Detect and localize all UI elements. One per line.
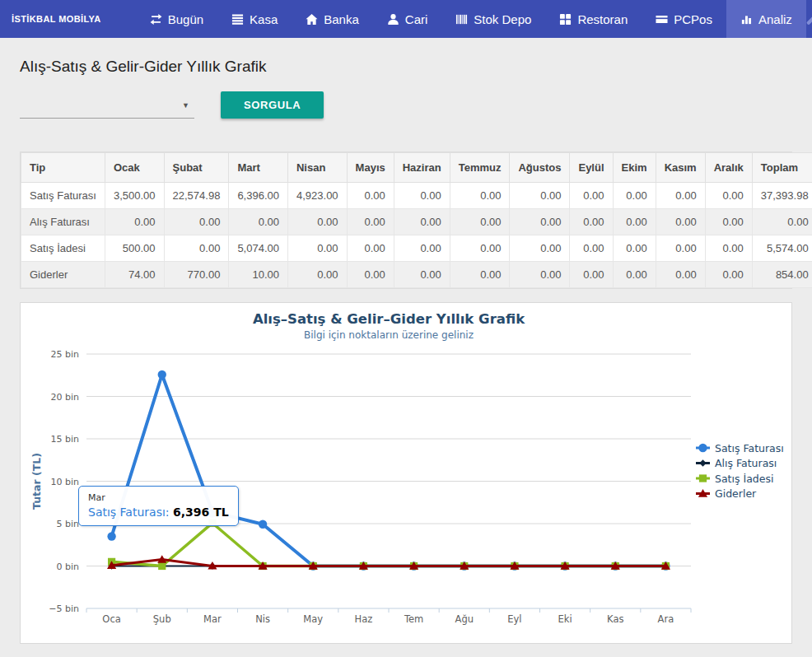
series-line-3: [112, 523, 666, 566]
table-cell: 0.00: [570, 262, 613, 288]
chart: −5 bin0 bin5 bin10 bin15 bin20 bin25 bin…: [21, 303, 791, 646]
x-axis-tick-label: Eki: [558, 613, 572, 625]
sorgula-button[interactable]: SORGULA: [221, 91, 324, 119]
filter-controls: ▼ SORGULA: [20, 92, 792, 119]
nav-item-label: Analiz: [758, 12, 792, 26]
chart-title: Alış–Satış & Gelir–Gider Yıllık Grafik: [253, 311, 525, 327]
column-header: Aralık: [705, 153, 752, 183]
table-cell: 10.00: [229, 262, 288, 288]
table-cell: 0.00: [656, 235, 705, 262]
column-header: Ocak: [105, 153, 164, 183]
table-cell: 4,923.00: [287, 183, 347, 209]
year-select[interactable]: ▼: [20, 94, 194, 119]
x-axis-tick-label: Ağu: [455, 613, 474, 625]
table-cell: 0.00: [347, 235, 394, 262]
data-point-marker[interactable]: [699, 474, 707, 482]
row-label: Alış Faturası: [21, 209, 105, 235]
brand[interactable]: İSTİKBAL MOBİLYA: [0, 0, 113, 38]
chart-subtitle: Bilgi için noktaların üzerine geliniz: [304, 329, 474, 341]
row-label: Satış İadesi: [21, 235, 105, 262]
table-cell: 770.00: [164, 262, 229, 288]
table-cell: 0.00: [394, 235, 450, 262]
chart-svg[interactable]: −5 bin0 bin5 bin10 bin15 bin20 bin25 bin…: [21, 303, 791, 643]
table-cell: 0.00: [450, 262, 510, 288]
y-axis-tick-label: 25 bin: [50, 349, 79, 360]
x-axis-tick-label: May: [303, 613, 323, 625]
barcode-icon: [455, 13, 468, 26]
tooltip-series-label: Satış Faturası:: [88, 506, 170, 519]
chart-panel: −5 bin0 bin5 bin10 bin15 bin20 bin25 bin…: [20, 302, 792, 644]
table-cell: 0.00: [287, 262, 347, 288]
legend-item-label[interactable]: Satış Faturası: [715, 442, 784, 454]
table-cell: 0.00: [394, 183, 450, 209]
navbar: İSTİKBAL MOBİLYA BugünKasaBankaCariStok …: [0, 0, 812, 38]
table-cell: 37,393.98: [752, 183, 812, 209]
data-point-marker[interactable]: [698, 444, 707, 452]
nav-menu: BugünKasaBankaCariStok DepoRestoranPCPos…: [136, 0, 806, 38]
table-cell: 0.00: [613, 262, 656, 288]
table-cell: 0.00: [229, 209, 288, 235]
table-cell: 0.00: [164, 209, 229, 235]
table-cell: 0.00: [613, 183, 656, 209]
nav-item-pcpos[interactable]: PCPos: [642, 0, 726, 38]
nav-item-kasa[interactable]: Kasa: [217, 0, 292, 38]
grid-icon: [559, 13, 572, 26]
settings-menu[interactable]: [806, 11, 812, 28]
column-header: Ekim: [613, 153, 656, 183]
data-point-marker[interactable]: [699, 459, 706, 466]
data-point-marker[interactable]: [158, 562, 166, 570]
nav-item-label: PCPos: [674, 12, 712, 26]
table-cell: 0.00: [450, 235, 510, 262]
page-title: Alış-Satış & Gelir-Gider Yıllık Grafik: [20, 58, 792, 76]
nav-item-analiz[interactable]: Analiz: [726, 0, 806, 38]
data-point-marker[interactable]: [158, 370, 166, 379]
table-cell: 854.00: [752, 262, 812, 288]
nav-item-restoran[interactable]: Restoran: [545, 0, 642, 38]
table-cell: 0.00: [394, 262, 450, 288]
table-cell: 22,574.98: [164, 183, 229, 209]
table-cell: 0.00: [656, 262, 705, 288]
table-cell: 0.00: [705, 209, 752, 235]
table-cell: 0.00: [450, 183, 510, 209]
table-row: Giderler74.00770.0010.000.000.000.000.00…: [21, 262, 812, 288]
nav-item-label: Cari: [405, 12, 428, 26]
column-header: Haziran: [394, 153, 450, 183]
nav-item-bugun[interactable]: Bugün: [136, 0, 217, 38]
chart-tooltip: Mar Satış Faturası: 6,396 TL: [78, 486, 239, 526]
tooltip-category: Mar: [88, 492, 229, 503]
nav-item-cari[interactable]: Cari: [373, 0, 442, 38]
table-cell: 5,574.00: [752, 235, 812, 262]
column-header: Mayıs: [347, 153, 394, 183]
data-point-marker[interactable]: [259, 520, 267, 529]
x-axis-tick-label: Eyl: [507, 613, 521, 625]
table-cell: 0.00: [347, 209, 394, 235]
table-row: Satış Faturası3,500.0022,574.986,396.004…: [21, 183, 812, 209]
y-axis-tick-label: 10 bin: [50, 477, 79, 487]
table-cell: 0.00: [287, 209, 347, 235]
table-cell: 0.00: [394, 209, 450, 235]
home-icon: [306, 13, 318, 26]
legend-item-label[interactable]: Satış İadesi: [715, 473, 773, 485]
x-axis-tick-label: Tem: [404, 613, 423, 625]
nav-right: [806, 0, 812, 38]
table-row: Satış İadesi500.000.005,074.000.000.000.…: [21, 235, 812, 262]
nav-item-stok-depo[interactable]: Stok Depo: [441, 0, 545, 38]
column-header: Toplam: [752, 153, 812, 183]
table-cell: 0.00: [705, 183, 752, 209]
table-cell: 0.00: [164, 235, 229, 262]
table-cell: 0.00: [510, 235, 570, 262]
table-cell: 3,500.00: [105, 183, 164, 209]
main-content: Alış-Satış & Gelir-Gider Yıllık Grafik ▼…: [0, 38, 812, 650]
data-point-marker[interactable]: [107, 532, 115, 540]
nav-item-banka[interactable]: Banka: [292, 0, 373, 38]
table-cell: 0.00: [613, 235, 656, 262]
tooltip-value: 6,396 TL: [173, 506, 229, 519]
series-line-4: [112, 560, 666, 566]
legend-item-label[interactable]: Alış Faturası: [715, 457, 777, 469]
exchange-icon: [150, 13, 162, 26]
legend-item-label[interactable]: Giderler: [715, 487, 757, 500]
table-cell: 0.00: [656, 209, 705, 235]
table-cell: 0.00: [705, 235, 752, 262]
x-axis-tick-label: Şub: [153, 613, 171, 625]
tooltip-value-line: Satış Faturası: 6,396 TL: [88, 506, 229, 519]
